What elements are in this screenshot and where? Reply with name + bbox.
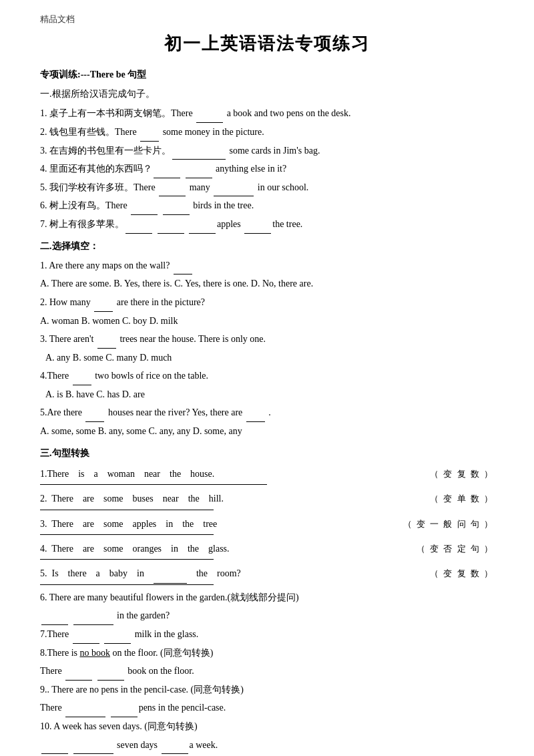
line5: 5. 我们学校有许多班。There many in our school. (40, 179, 494, 197)
q4: 4.There two bowls of rice on the table. (40, 367, 494, 385)
transform-row5: 5. Is there a baby in the room? （ 变 复 数 … (40, 564, 494, 584)
line-6-blank: in the garden? (40, 607, 494, 625)
q4-options: A. is B. have C. has D. are (40, 386, 494, 404)
line7: 7. 树上有很多苹果。 apples the tree. (40, 216, 494, 234)
transform-row1: 1.There is a woman near the house. （ 变 复… (40, 464, 494, 485)
line-7-transform: 7.There milk in the glass. (40, 626, 494, 644)
page-title: 初一上英语语法专项练习 (40, 32, 494, 55)
line-6-transform: 6. There are many beautiful flowers in t… (40, 589, 494, 607)
transform-row4: 4. There are some oranges in the glass. … (40, 539, 494, 560)
watermark-top: 精品文档 (40, 13, 494, 25)
line2: 2. 钱包里有些钱。There some money in the pictur… (40, 124, 494, 142)
line-8-transform: 8.There is no book on the floor. (同意句转换) (40, 644, 494, 663)
q5-options: A. some, some B. any, some C. any, any D… (40, 423, 494, 441)
q5: 5.Are there houses near the river? Yes, … (40, 404, 494, 422)
q3: 3. There aren't trees near the house. Th… (40, 331, 494, 349)
q2: 2. How many are there in the picture? (40, 294, 494, 312)
q2-options: A. woman B. women C. boy D. milk (40, 313, 494, 331)
section1-header: 专项训练:---There be 句型 (40, 66, 494, 83)
section1-sub: 一.根据所给汉语完成句子。 (40, 85, 494, 102)
line-10-answer: seven days a week. (40, 737, 494, 755)
line-10-transform: 10. A week has seven days. (同意句转换) (40, 718, 494, 736)
q1: 1. Are there any maps on the wall? (40, 257, 494, 275)
line-9-answer: There pens in the pencil-case. (40, 699, 494, 717)
q3-options: A. any B. some C. many D. much (40, 349, 494, 367)
part2-header: 二.选择填空： (40, 238, 494, 254)
q1-options: A. There are some. B. Yes, there is. C. … (40, 275, 494, 293)
line-9-transform: 9.. There are no pens in the pencil-case… (40, 681, 494, 699)
part3-header: 三.句型转换 (40, 445, 494, 461)
transform-row2: 2. There are some buses near the hill. （… (40, 489, 494, 510)
line4: 4. 里面还有其他的东西吗？ anything else in it? (40, 160, 494, 178)
line6: 6. 树上没有鸟。There birds in the tree. (40, 197, 494, 215)
transform-row3: 3. There are some apples in the tree （ 变… (40, 514, 494, 535)
line-8-answer: There book on the floor. (40, 663, 494, 681)
line1: 1. 桌子上有一本书和两支钢笔。There a book and two pen… (40, 105, 494, 123)
line3: 3. 在吉姆的书包里有一些卡片。 some cards in Jim's bag… (40, 142, 494, 160)
